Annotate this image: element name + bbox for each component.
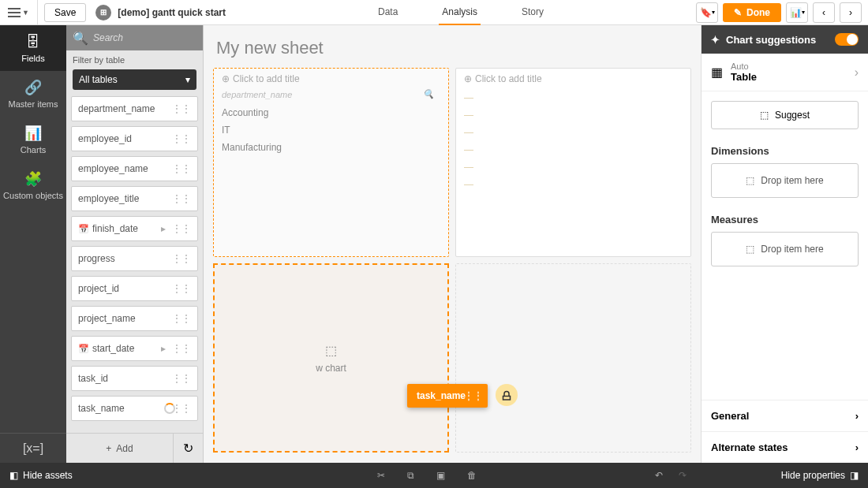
filter-label: Filter by table <box>66 50 203 69</box>
copy-button[interactable]: ⧉ <box>407 470 414 481</box>
grip-icon: ⋮⋮ <box>172 253 191 264</box>
auto-chart-type[interactable]: ▦ Auto Table › <box>702 54 868 91</box>
table-row: — <box>464 124 683 141</box>
drop-icon: ⬚ <box>746 175 754 186</box>
tab-analysis[interactable]: Analysis <box>439 0 481 25</box>
field-project-id[interactable]: project_id⋮⋮ <box>71 276 198 301</box>
panel-icon: ◨ <box>850 470 859 481</box>
grip-icon: ⋮⋮ <box>172 283 191 294</box>
chart-2[interactable]: ⊕Click to add title — — — — — — <box>455 68 691 257</box>
auto-label: Auto <box>731 61 757 71</box>
field-employee-id[interactable]: employee_id⋮⋮ <box>71 126 198 151</box>
redo-button[interactable]: ↷ <box>679 470 687 481</box>
chevron-right-icon: › <box>855 410 859 422</box>
grip-icon: ⋮⋮ <box>172 193 191 204</box>
paste-button[interactable]: ▣ <box>436 470 445 481</box>
prev-sheet-button[interactable]: ‹ <box>813 2 835 23</box>
pencil-icon: ✎ <box>734 7 742 18</box>
plus-icon: + <box>106 443 111 454</box>
table-row: — <box>464 176 683 193</box>
puzzle-icon: 🧩 <box>24 170 42 188</box>
grip-icon: ⋮⋮ <box>172 133 191 144</box>
drop-hint-label: w chart <box>316 363 346 374</box>
field-task-id[interactable]: task_id⋮⋮ <box>71 366 198 391</box>
suggest-button[interactable]: ⬚ Suggest <box>711 101 859 129</box>
sheets-button[interactable]: 📊▾ <box>786 2 808 23</box>
tab-data[interactable]: Data <box>375 0 401 25</box>
calendar-icon: 📅 <box>78 224 89 233</box>
chevron-right-icon: › <box>855 65 859 80</box>
dimensions-drop-zone[interactable]: ⬚ Drop item here <box>711 163 859 198</box>
drop-icon: ⬚ <box>746 244 754 255</box>
nav-master-items[interactable]: 🔗 Master items <box>0 71 66 117</box>
table-row: Manufacturing <box>222 139 440 156</box>
plus-circle-icon: ⊕ <box>222 73 230 84</box>
chevron-down-icon: ▾ <box>185 74 190 85</box>
sheet-title[interactable]: My new sheet <box>213 32 691 68</box>
table-icon: ▦ <box>711 65 723 80</box>
nav-fields[interactable]: 🗄 Fields <box>0 25 66 71</box>
search-icon: 🔍 <box>73 31 88 46</box>
nav-charts[interactable]: 📊 Charts <box>0 117 66 162</box>
field-department-name[interactable]: department_name⋮⋮ <box>71 96 198 121</box>
hide-assets-button[interactable]: ◧ Hide assets <box>0 470 73 481</box>
field-finish-date[interactable]: 📅finish_date▸⋮⋮ <box>71 216 198 241</box>
new-chart-icon: ⬚ <box>325 343 337 358</box>
cut-button[interactable]: ✂ <box>377 470 385 481</box>
new-chart-drop-target[interactable]: ⬚ w chart <box>213 263 449 453</box>
undo-button[interactable]: ↶ <box>655 470 663 481</box>
calendar-icon: 📅 <box>78 344 89 353</box>
bookmark-button[interactable]: 🔖▾ <box>696 2 718 23</box>
accordion-general[interactable]: General › <box>702 400 868 431</box>
menu-button[interactable]: ▼ <box>0 0 38 25</box>
field-employee-name[interactable]: employee_name⋮⋮ <box>71 156 198 181</box>
chart-1[interactable]: ⊕Click to add title department_name🔍 Acc… <box>213 68 449 257</box>
table-select[interactable]: All tables ▾ <box>73 69 196 90</box>
grip-icon: ⋮⋮ <box>172 223 191 234</box>
hamburger-icon <box>8 8 21 17</box>
delete-button[interactable]: 🗑 <box>467 470 477 481</box>
plus-circle-icon: ⊕ <box>464 73 472 84</box>
done-button[interactable]: ✎ Done <box>723 3 781 22</box>
tab-story[interactable]: Story <box>518 0 547 25</box>
auto-value: Table <box>731 71 757 83</box>
app-icon: ⊞ <box>95 5 111 20</box>
chevron-right-icon: › <box>855 441 859 453</box>
empty-cell[interactable] <box>455 263 691 453</box>
suggest-icon: ⬚ <box>760 110 769 121</box>
chart-title-placeholder[interactable]: ⊕Click to add title <box>464 73 683 84</box>
suggestions-toggle[interactable] <box>835 33 859 46</box>
variables-button[interactable]: [x=] <box>0 433 66 463</box>
field-employee-title[interactable]: employee_title⋮⋮ <box>71 186 198 211</box>
wand-icon: ✦ <box>711 34 720 46</box>
refresh-button[interactable]: ↻ <box>173 434 203 464</box>
grip-icon: ⋮⋮ <box>172 163 191 174</box>
accordion-alternate-states[interactable]: Alternate states › <box>702 431 868 463</box>
grip-icon: ⋮⋮ <box>172 343 191 354</box>
search-input[interactable] <box>93 32 212 43</box>
chart-icon: 📊 <box>24 125 42 142</box>
measures-title: Measures <box>702 207 868 232</box>
field-task-name[interactable]: task_name⋮⋮ <box>71 396 198 421</box>
nav-custom-objects[interactable]: 🧩 Custom objects <box>0 162 66 208</box>
database-icon: 🗄 <box>26 34 40 50</box>
app-title: [demo] gantt quick start <box>118 7 226 18</box>
chart-suggestions-header: ✦ Chart suggestions <box>702 25 868 54</box>
measures-drop-zone[interactable]: ⬚ Drop item here <box>711 232 859 266</box>
add-field-button[interactable]: + Add <box>66 443 173 454</box>
search-bar[interactable]: 🔍 <box>66 25 203 50</box>
grip-icon: ⋮⋮ <box>464 390 483 401</box>
chart-title-placeholder[interactable]: ⊕Click to add title <box>222 73 440 84</box>
table-row: — <box>464 141 683 158</box>
field-progress[interactable]: progress⋮⋮ <box>71 246 198 271</box>
field-start-date[interactable]: 📅start_date▸⋮⋮ <box>71 336 198 361</box>
loading-icon <box>164 403 175 414</box>
save-button[interactable]: Save <box>44 3 86 22</box>
search-icon: 🔍 <box>423 89 434 99</box>
cursor-icon <box>496 384 518 406</box>
grip-icon: ⋮⋮ <box>172 103 191 114</box>
table-row: IT <box>222 121 440 139</box>
next-sheet-button[interactable]: › <box>840 2 862 23</box>
field-project-name[interactable]: project_name⋮⋮ <box>71 306 198 331</box>
hide-properties-button[interactable]: Hide properties ◨ <box>781 470 868 481</box>
